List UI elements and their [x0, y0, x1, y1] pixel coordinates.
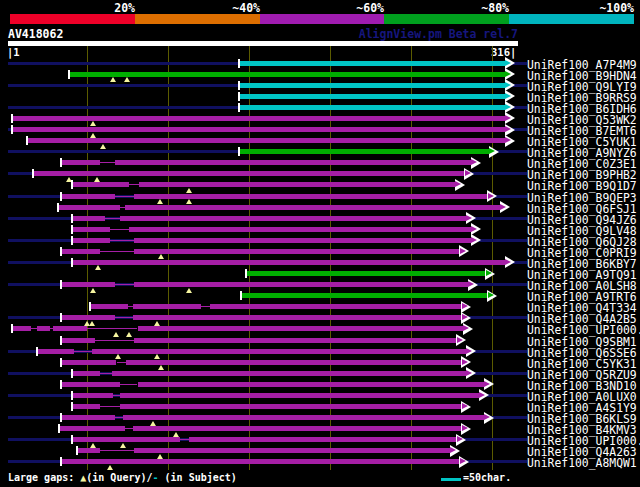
alignment-bar-segment[interactable] [58, 205, 120, 210]
alignment-bar-segment[interactable] [240, 83, 507, 88]
alignment-bar-segment[interactable] [73, 227, 110, 232]
alignment-bar-segment[interactable] [73, 182, 130, 187]
alignment-bar-segment[interactable] [115, 160, 473, 165]
arrowhead-fill [505, 93, 511, 99]
alignment-bar-segment[interactable] [134, 238, 473, 243]
arrowhead-fill [484, 381, 490, 387]
alignment-bar-segment[interactable] [241, 293, 489, 298]
alignment-bar-segment[interactable] [37, 326, 50, 331]
alignment-bar-segment[interactable] [61, 249, 100, 254]
arrowhead-fill [462, 303, 468, 309]
alignment-gap-line [125, 428, 133, 429]
alignment-bar-segment[interactable] [91, 304, 128, 309]
alignment-bar-segment[interactable] [61, 382, 119, 387]
alignment-bar-segment[interactable] [133, 304, 201, 309]
legend-label-100: ~100% [599, 1, 634, 15]
arrowhead-fill [466, 215, 472, 221]
alignment-bar-segment[interactable] [134, 194, 489, 199]
alignment-bar-segment[interactable] [73, 371, 101, 376]
alignment-bar-segment[interactable] [61, 459, 461, 464]
arrowhead-fill [450, 447, 456, 453]
alignment-bar-segment[interactable] [27, 138, 506, 143]
alignment-bar-segment[interactable] [70, 72, 507, 77]
alignment-bar-segment[interactable] [61, 282, 114, 287]
alignment-bar-segment[interactable] [73, 216, 105, 221]
bar-start-tick [238, 147, 240, 156]
arrowhead-fill [462, 314, 468, 320]
alignment-bar-segment[interactable] [133, 315, 463, 320]
legend-segment-40% [135, 14, 260, 24]
alignment-bar-segment[interactable] [240, 149, 491, 154]
alignment-bar-segment[interactable] [13, 326, 31, 331]
alignment-bar-segment[interactable] [73, 393, 114, 398]
alignment-bar-segment[interactable] [139, 182, 456, 187]
bar-start-tick [71, 391, 73, 400]
alignment-bar-segment[interactable] [13, 116, 507, 121]
alignment-bar-segment[interactable] [134, 448, 451, 453]
arrowhead-fill [457, 436, 463, 442]
alignment-bar-segment[interactable] [133, 426, 463, 431]
alignment-bar-segment[interactable] [134, 338, 458, 343]
alignment-bar-segment[interactable] [92, 349, 468, 354]
alignment-bar-segment[interactable] [134, 282, 469, 287]
alignment-bar-segment[interactable] [138, 326, 465, 331]
alignment-bar-segment[interactable] [138, 382, 486, 387]
alignment-bar-segment[interactable] [73, 437, 180, 442]
alignment-bar-segment[interactable] [13, 127, 507, 132]
alignment-bar-segment[interactable] [61, 194, 114, 199]
alignment-bar-segment[interactable] [60, 426, 125, 431]
alignment-bar-segment[interactable] [129, 227, 472, 232]
arrowhead-fill [500, 204, 506, 210]
bar-start-tick [11, 324, 13, 333]
alignment-bar-segment[interactable] [189, 437, 458, 442]
alignment-bar-segment[interactable] [34, 171, 466, 176]
alignment-bar-segment[interactable] [126, 360, 463, 365]
alignment-bar-segment[interactable] [73, 260, 507, 265]
alignment-bar-segment[interactable] [123, 415, 486, 420]
alignment-bar-segment[interactable] [37, 349, 74, 354]
scalebar-label: =50char. [463, 472, 511, 483]
arrowhead-fill [484, 414, 490, 420]
bar-start-tick [57, 203, 59, 212]
arrowhead-fill [489, 148, 495, 154]
alignment-bar-segment[interactable] [78, 448, 101, 453]
alignment-bar-segment[interactable] [210, 304, 463, 309]
alignment-gap-line [100, 162, 115, 163]
bar-start-tick [60, 280, 62, 289]
alignment-bar-segment[interactable] [134, 249, 461, 254]
hit-label[interactable]: UniRef100_A8MQW1 [527, 456, 637, 470]
alignment-bar-segment[interactable] [240, 61, 507, 66]
alignment-gap-line [115, 284, 134, 285]
query-id-title: AV418062 [8, 27, 63, 41]
bar-start-tick [60, 247, 62, 256]
alignment-bar-segment[interactable] [120, 393, 481, 398]
alignment-bar-segment[interactable] [73, 238, 110, 243]
bar-start-tick [60, 158, 62, 167]
alignment-bar-segment[interactable] [73, 404, 101, 409]
bar-start-tick [76, 446, 78, 455]
arrowhead-fill [488, 292, 494, 298]
bar-start-tick [32, 169, 34, 178]
bar-start-tick [58, 424, 60, 433]
alignment-bar-segment[interactable] [120, 404, 463, 409]
alignment-gap-line [87, 328, 137, 329]
alignment-gap-line [100, 406, 119, 407]
alignment-bar-segment[interactable] [61, 415, 114, 420]
bar-start-tick [238, 81, 240, 90]
gaps-legend-subject-text: (in Subject) [159, 472, 237, 483]
alignment-bar-segment[interactable] [246, 271, 487, 276]
alignment-bar-segment[interactable] [53, 326, 87, 331]
alignment-bar-segment[interactable] [61, 160, 100, 165]
alignment-bar-segment[interactable] [240, 105, 507, 110]
alignment-bar-segment[interactable] [112, 371, 468, 376]
bar-start-tick [60, 380, 62, 389]
alignment-bar-segment[interactable] [240, 94, 507, 99]
arrowhead-fill [466, 370, 472, 376]
alignment-bar-segment[interactable] [120, 216, 468, 221]
bar-start-tick [26, 136, 28, 145]
alignment-bar-segment[interactable] [61, 315, 114, 320]
alignment-bar-segment[interactable] [61, 360, 116, 365]
bar-start-tick [68, 70, 70, 79]
alignment-bar-segment[interactable] [125, 205, 502, 210]
alignment-bar-segment[interactable] [61, 338, 95, 343]
